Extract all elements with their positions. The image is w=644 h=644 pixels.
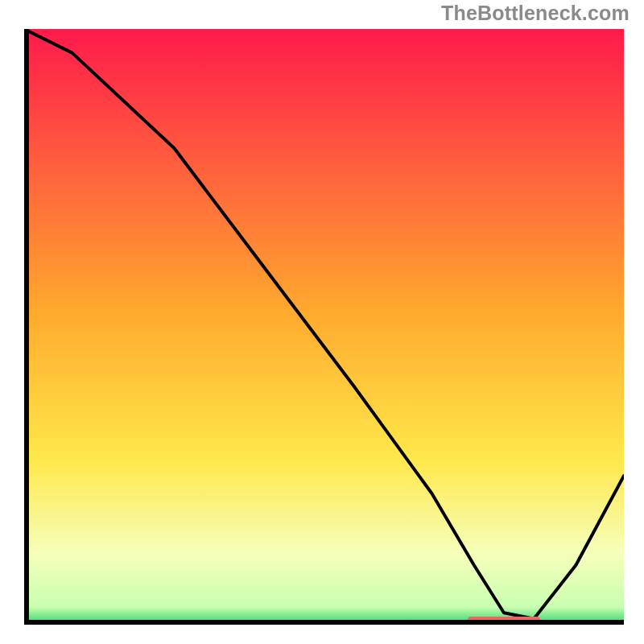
gradient-background xyxy=(24,29,624,625)
y-axis xyxy=(24,29,29,625)
plot-area xyxy=(24,29,624,625)
chart-container: TheBottleneck.com xyxy=(0,0,644,644)
plot-svg xyxy=(24,29,624,625)
watermark-text: TheBottleneck.com xyxy=(441,2,630,25)
x-axis xyxy=(24,620,624,625)
